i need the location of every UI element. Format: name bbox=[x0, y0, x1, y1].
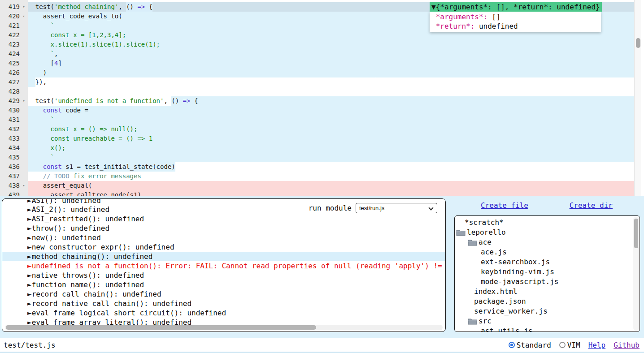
code-token: () bbox=[126, 2, 137, 12]
line-number: 424 bbox=[0, 49, 20, 59]
gutter-line-number[interactable]: 437 bbox=[0, 172, 28, 181]
gutter-line-number[interactable]: 439 bbox=[0, 190, 28, 196]
code-line[interactable]: x(); bbox=[28, 143, 634, 153]
file-tree-vertical-scrollbar[interactable] bbox=[633, 217, 639, 331]
gutter-line-number[interactable]: 428 bbox=[0, 87, 28, 96]
gutter-line-number[interactable]: 425 bbox=[0, 59, 28, 68]
code-token: x(); bbox=[28, 143, 65, 153]
run-module-select[interactable]: test/run.js bbox=[356, 203, 437, 213]
file-tree-item[interactable]: ext-searchbox.js bbox=[455, 257, 640, 267]
code-line[interactable]: assert_calltree_node(s1) bbox=[28, 190, 634, 196]
code-token: x.slice(1).slice(1).slice(1); bbox=[28, 40, 160, 49]
file-tree-vertical-scrollbar-thumb[interactable] bbox=[634, 219, 638, 248]
code-line[interactable]: x.slice(1).slice(1).slice(1); bbox=[28, 40, 634, 49]
vim-radio[interactable]: VIM bbox=[559, 341, 580, 349]
gutter-line-number[interactable]: 431 bbox=[0, 115, 28, 125]
create-file-link[interactable]: Create file bbox=[481, 201, 528, 210]
fold-arrow-icon[interactable]: ▾ bbox=[20, 96, 28, 106]
radio-unselected-icon bbox=[559, 342, 566, 348]
file-tree-item[interactable]: mode-javascript.js bbox=[455, 277, 640, 287]
fold-arrow-icon[interactable]: ▾ bbox=[20, 12, 28, 21]
gutter-line-number[interactable]: 429▾ bbox=[0, 96, 28, 106]
file-tree-item[interactable]: service_worker.js bbox=[455, 306, 640, 316]
line-number: 426 bbox=[0, 68, 20, 77]
help-link[interactable]: Help bbox=[588, 341, 606, 349]
calltree-item[interactable]: ►record native call chain(): undefined bbox=[2, 299, 445, 308]
code-line[interactable]: ) bbox=[28, 68, 634, 77]
create-dir-link[interactable]: Create dir bbox=[570, 201, 613, 210]
calltree-item[interactable]: ►eval_frame logical short circuit(): und… bbox=[2, 308, 445, 318]
gutter-line-number[interactable]: 435 bbox=[0, 153, 28, 162]
code-token: assert_equal( bbox=[28, 181, 92, 190]
fold-spacer bbox=[20, 106, 28, 115]
code-line[interactable]: // TODO fix error messages bbox=[28, 172, 634, 181]
code-line[interactable]: test('undefined is not a function', () =… bbox=[28, 96, 634, 106]
gutter-line-number[interactable]: 420▾ bbox=[0, 12, 28, 21]
gutter-line-number[interactable]: 430 bbox=[0, 106, 28, 115]
file-tree-item-label: leporello bbox=[467, 228, 506, 237]
file-tree-item[interactable]: package.json bbox=[455, 297, 640, 306]
standard-radio[interactable]: Standard bbox=[509, 341, 551, 349]
calltree-horizontal-scrollbar[interactable] bbox=[5, 325, 443, 330]
calltree-item[interactable]: ►ASI_restrited(): undefined bbox=[2, 214, 445, 224]
code-token: { bbox=[190, 96, 198, 106]
code-editor[interactable]: 419▾420▾421422423424425426427428429▾4304… bbox=[0, 0, 644, 196]
gutter-line-number[interactable]: 427 bbox=[0, 77, 28, 87]
calltree-item[interactable]: ►new constructor expr(): undefined bbox=[2, 242, 445, 252]
line-number: 436 bbox=[0, 162, 20, 172]
file-tree-item[interactable]: leporello bbox=[455, 228, 640, 237]
gutter-line-number[interactable]: 434 bbox=[0, 143, 28, 153]
value-key: *arguments*: bbox=[431, 13, 487, 21]
calltree-item[interactable]: ►undefined is not a function(): Error: F… bbox=[2, 261, 445, 271]
calltree-item[interactable]: ►native throws(): undefined bbox=[2, 271, 445, 280]
code-line[interactable]: const s1 = test_initial_state(code) bbox=[28, 162, 634, 172]
code-line[interactable]: [4] bbox=[28, 59, 634, 68]
github-link[interactable]: Github bbox=[614, 341, 640, 349]
gutter-line-number[interactable]: 436 bbox=[0, 162, 28, 172]
gutter-line-number[interactable]: 422 bbox=[0, 30, 28, 40]
value-inspector-header[interactable]: ▼{*arguments*: [], *return*: undefined} bbox=[430, 2, 602, 12]
code-token: const unreachable = () => 1 bbox=[28, 134, 152, 143]
calltree-item-text: ►record call chain(): undefined bbox=[27, 290, 161, 298]
gutter-line-number[interactable]: 421 bbox=[0, 21, 28, 30]
fold-arrow-icon[interactable]: ▾ bbox=[20, 2, 28, 12]
code-line[interactable]: ` bbox=[28, 153, 634, 162]
status-bar-right: Standard VIM Help Github bbox=[509, 341, 640, 349]
code-line[interactable]: assert_equal( bbox=[28, 181, 634, 190]
vim-radio-label: VIM bbox=[567, 341, 580, 349]
gutter-line-number[interactable]: 419▾ bbox=[0, 2, 28, 12]
calltree-item[interactable]: ►throw(): undefined bbox=[2, 224, 445, 233]
file-tree-item[interactable]: ace.js bbox=[455, 247, 640, 257]
gutter-line-number[interactable]: 432 bbox=[0, 125, 28, 134]
gutter-line-number[interactable]: 433 bbox=[0, 134, 28, 143]
value-inspector-row[interactable]: *arguments*: [] bbox=[430, 12, 601, 22]
calltree-item[interactable]: ►new(): undefined bbox=[2, 233, 445, 242]
calltree-item[interactable]: ►method chaining(): undefined bbox=[2, 252, 445, 261]
code-line[interactable]: const unreachable = () => 1 bbox=[28, 134, 634, 143]
gutter-line-number[interactable]: 426 bbox=[0, 68, 28, 77]
file-tree-item[interactable]: ast_utils.js bbox=[455, 326, 640, 332]
calltree-item[interactable]: ►record call chain(): undefined bbox=[2, 289, 445, 299]
gutter-line-number[interactable]: 423 bbox=[0, 40, 28, 49]
code-token: fix error messages bbox=[70, 172, 141, 181]
code-line[interactable]: const code = bbox=[28, 106, 634, 115]
fold-arrow-icon[interactable]: ▾ bbox=[20, 181, 28, 190]
file-tree-item[interactable]: keybinding-vim.js bbox=[455, 267, 640, 277]
value-inspector-row[interactable]: *return*: undefined bbox=[430, 22, 601, 31]
editor-vertical-scrollbar-thumb[interactable] bbox=[636, 38, 640, 48]
code-line[interactable]: ` bbox=[28, 115, 634, 125]
file-tree-item[interactable]: index.html bbox=[455, 287, 640, 297]
code-line[interactable] bbox=[28, 87, 634, 96]
gutter-line-number[interactable]: 424 bbox=[0, 49, 28, 59]
calltree-horizontal-scrollbar-thumb[interactable] bbox=[6, 325, 316, 330]
code-line[interactable]: }), bbox=[28, 77, 634, 87]
file-tree-item[interactable]: src bbox=[455, 316, 640, 326]
file-tree-item[interactable]: ace bbox=[455, 237, 640, 247]
code-line[interactable]: const x = () => null(); bbox=[28, 125, 634, 134]
calltree-item[interactable]: ►function name(): undefined bbox=[2, 280, 445, 289]
file-tree-item[interactable]: *scratch* bbox=[455, 218, 640, 228]
gutter-line-number[interactable]: 438▾ bbox=[0, 181, 28, 190]
code-line[interactable]: `, bbox=[28, 49, 634, 59]
calltree-panel: ►ASI(): undefined►ASI_2(): undefined►ASI… bbox=[2, 198, 446, 332]
editor-vertical-scrollbar[interactable] bbox=[634, 0, 641, 196]
